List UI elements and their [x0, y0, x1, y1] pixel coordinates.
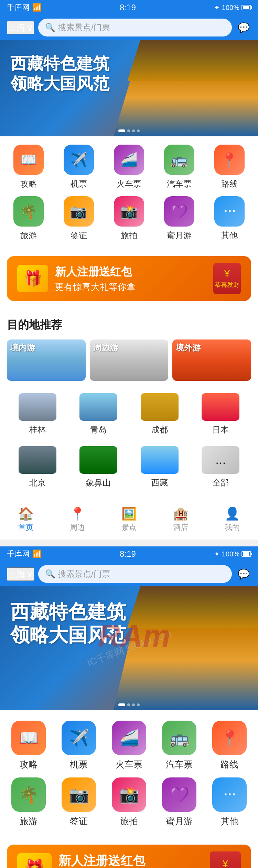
- red-envelope: 恭喜发财: [213, 263, 241, 294]
- screen2-route-icon: 📍: [212, 721, 247, 755]
- carrier-text: 千库网: [7, 2, 30, 13]
- red-envelope-label: 恭喜发财: [215, 281, 239, 289]
- menu-item-photo[interactable]: 📸 旅拍: [108, 196, 150, 241]
- spots-icon: 🖼️: [121, 506, 137, 521]
- city-item-japan[interactable]: 日本: [190, 388, 251, 441]
- screen2-menu-travel[interactable]: 🌴 旅游: [8, 777, 49, 827]
- screen2-dot-4: [137, 703, 140, 706]
- destination-title: 目的地推荐: [7, 317, 251, 333]
- menu-item-flight[interactable]: ✈️ 机票: [58, 145, 99, 189]
- screen2-status-left: 千库网 📶: [7, 549, 42, 559]
- app-header: 上海 ∨ 🔍 搜索景点/门票 💬: [0, 15, 258, 40]
- travel-label: 旅游: [20, 230, 37, 241]
- screen2-search-icon: 🔍: [45, 569, 55, 579]
- screen2-menu-row-2: 🌴 旅游 📷 签证 📸 旅拍 💜 蜜月游 ⋯ 其他: [3, 777, 255, 827]
- screen2-menu-flight[interactable]: ✈️ 机票: [58, 721, 99, 771]
- city-thumb-all: …: [202, 446, 239, 474]
- city-item-qingdao[interactable]: 青岛: [68, 388, 129, 441]
- location-button[interactable]: 上海 ∨: [7, 21, 34, 34]
- screen2-bluetooth-icon: ✦: [214, 550, 220, 558]
- screen2-menu-photo[interactable]: 📸 旅拍: [108, 777, 150, 827]
- nav-nearby-label: 周边: [70, 522, 85, 533]
- menu-item-bus[interactable]: 🚌 汽车票: [159, 145, 200, 189]
- screen2-photo-label: 旅拍: [120, 815, 138, 827]
- screen2-menu-honey[interactable]: 💜 蜜月游: [159, 777, 200, 827]
- menu-item-route[interactable]: 📍 路线: [209, 145, 250, 189]
- screen-1: 千库网 📶 8:19 ✦ 100% 上海 ∨ 🔍 搜索景点/门票 💬: [0, 0, 258, 540]
- city-item-all[interactable]: … 全部: [190, 441, 251, 494]
- city-item-xizang[interactable]: 西藏: [129, 441, 190, 494]
- nav-hotel-label: 酒店: [173, 522, 188, 533]
- city-thumb-qingdao: [79, 393, 117, 421]
- dot-3: [132, 129, 135, 132]
- screen2-red-envelope: 恭喜发财: [210, 851, 241, 868]
- screen2-other-label: 其他: [221, 815, 238, 827]
- nearby-icon: 📍: [70, 506, 85, 521]
- city-item-beijing[interactable]: 北京: [7, 441, 68, 494]
- status-bar: 千库网 📶 8:19 ✦ 100%: [0, 0, 258, 15]
- banner-title-line2: 领略大国风范: [10, 74, 109, 93]
- menu-item-visa[interactable]: 📷 签证: [58, 196, 99, 241]
- screen2-travel-icon: 🌴: [11, 777, 46, 812]
- nav-hotel[interactable]: 🏨 酒店: [157, 506, 205, 533]
- honey-icon: 💜: [164, 196, 194, 227]
- screen2-menu-other[interactable]: ⋯ 其他: [209, 777, 250, 827]
- city-name-guilin: 桂林: [29, 424, 46, 435]
- screen2-menu-visa[interactable]: 📷 签证: [58, 777, 99, 827]
- city-thumb-guilin: [19, 393, 56, 421]
- screen2-treasure-box: 🎁: [17, 853, 52, 868]
- message-button[interactable]: 💬: [236, 20, 251, 35]
- photo-icon: 📸: [114, 196, 144, 227]
- city-item-chengdu[interactable]: 成都: [129, 388, 190, 441]
- honey-label: 蜜月游: [167, 230, 192, 241]
- screen2-banner[interactable]: 西藏特色建筑 领略大国风范 IC千库网 588ku.com RAm: [0, 586, 258, 710]
- screen2-dot-3: [132, 703, 135, 706]
- screen2-promo-banner[interactable]: 🎁 新人注册送红包 更有惊喜大礼等你拿 恭喜发财: [7, 845, 251, 868]
- city-item-guilin[interactable]: 桂林: [7, 388, 68, 441]
- nav-spots[interactable]: 🖼️ 景点: [105, 506, 153, 533]
- promo-banner[interactable]: 🎁 新人注册送红包 更有惊喜大礼等你拿 恭喜发财: [7, 256, 251, 301]
- screen2-menu-train[interactable]: 🚄 火车票: [108, 721, 150, 771]
- city-item-emei[interactable]: 象鼻山: [68, 441, 129, 494]
- mine-icon: 👤: [225, 506, 240, 521]
- screen2-train-icon: 🚄: [112, 721, 146, 755]
- menu-row-2: 🌴 旅游 📷 签证 📸 旅拍 💜 蜜月游 ⋯ 其他: [3, 196, 255, 241]
- search-bar[interactable]: 🔍 搜索景点/门票: [38, 19, 232, 36]
- city-thumb-chengdu: [141, 393, 179, 421]
- nav-mine[interactable]: 👤 我的: [208, 506, 256, 533]
- screen2-banner-line2: 领略大国风范: [10, 624, 126, 646]
- other-icon: ⋯: [214, 196, 245, 227]
- screen2-location-button[interactable]: 上海 ∨: [7, 567, 34, 581]
- nav-nearby[interactable]: 📍 周边: [53, 506, 101, 533]
- tab-overseas[interactable]: 境外游: [172, 339, 251, 381]
- promo-main-text: 新人注册送红包: [55, 264, 136, 280]
- promo-text: 新人注册送红包 更有惊喜大礼等你拿: [55, 264, 136, 293]
- dot-1: [118, 129, 125, 132]
- tab-nearby[interactable]: 周边游: [90, 339, 169, 381]
- screen2-menu-guide[interactable]: 📖 攻略: [8, 721, 49, 771]
- menu-item-guide[interactable]: 📖 攻略: [8, 145, 49, 189]
- nav-home[interactable]: 🏠 首页: [2, 506, 50, 533]
- dot-4: [137, 129, 140, 132]
- screen2-menu-bus[interactable]: 🚌 汽车票: [159, 721, 200, 771]
- screen2-message-button[interactable]: 💬: [236, 566, 251, 582]
- screen2-search-bar[interactable]: 🔍 搜索景点/门票: [38, 565, 232, 583]
- menu-item-other[interactable]: ⋯ 其他: [209, 196, 250, 241]
- menu-item-travel[interactable]: 🌴 旅游: [8, 196, 49, 241]
- bus-icon: 🚌: [164, 145, 194, 175]
- tab-domestic[interactable]: 境内游: [7, 339, 86, 381]
- search-icon: 🔍: [45, 23, 55, 32]
- tab-domestic-label: 境内游: [10, 342, 35, 353]
- screen2-header: 上海 ∨ 🔍 搜索景点/门票 💬: [0, 562, 258, 586]
- hero-banner[interactable]: 西藏特色建筑 领略大国风范: [0, 40, 258, 136]
- screen2-other-icon: ⋯: [212, 777, 247, 812]
- location-text: 上海: [8, 22, 25, 34]
- screen2-carrier: 千库网: [7, 549, 30, 559]
- screen2-menu-route[interactable]: 📍 路线: [209, 721, 250, 771]
- menu-item-honey[interactable]: 💜 蜜月游: [159, 196, 200, 241]
- hotel-icon: 🏨: [173, 506, 189, 521]
- menu-item-train[interactable]: 🚄 火车票: [108, 145, 150, 189]
- nav-mine-label: 我的: [225, 522, 240, 533]
- screen2-visa-label: 签证: [70, 815, 88, 827]
- city-name-chengdu: 成都: [151, 424, 168, 435]
